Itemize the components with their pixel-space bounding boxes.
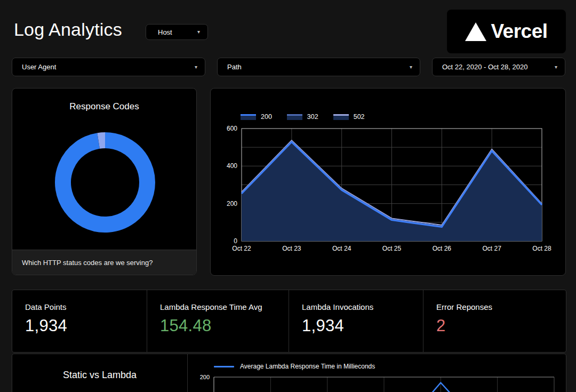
date-range-dropdown[interactable]: Oct 22, 2020 - Oct 28, 2020 ▾: [432, 58, 565, 76]
svg-text:200: 200: [227, 200, 237, 207]
vercel-triangle-icon: [465, 22, 486, 41]
svg-text:Oct 24: Oct 24: [332, 245, 351, 252]
stat-label: Lambda Invocations: [302, 302, 373, 311]
user-agent-dropdown[interactable]: User Agent ▾: [12, 58, 205, 76]
legend-swatch-icon: [241, 114, 256, 120]
vercel-wordmark: Vercel: [491, 20, 547, 43]
legend-swatch-icon: [333, 114, 349, 120]
stat-label: Error Reponses: [436, 302, 492, 311]
user-agent-dropdown-label: User Agent: [22, 63, 56, 71]
legend-item-200[interactable]: 200: [241, 113, 272, 121]
status-codes-legend: 200302502: [241, 113, 365, 121]
svg-text:200: 200: [200, 374, 210, 380]
lambda-response-time-legend[interactable]: Average Lambda Response Time in Millieco…: [214, 363, 375, 370]
svg-text:Oct 25: Oct 25: [382, 245, 402, 252]
vercel-logo: Vercel: [447, 10, 566, 53]
stats-row: Data Points 1,934 Lambda Response Time A…: [12, 290, 566, 353]
legend-label: 302: [307, 113, 318, 121]
chevron-down-icon: ▾: [555, 65, 557, 70]
response-codes-footer: Which HTTP status codes are we serving?: [12, 250, 196, 275]
svg-text:Oct 22: Oct 22: [232, 245, 251, 252]
response-codes-title: Response Codes: [12, 101, 196, 112]
path-dropdown-label: Path: [227, 63, 242, 71]
static-vs-lambda-row: Static vs Lambda Average Lambda Response…: [12, 354, 566, 392]
stat-data-points: Data Points 1,934: [12, 290, 147, 352]
status-codes-area-chart[interactable]: 0200400600Oct 22Oct 23Oct 24Oct 25Oct 26…: [215, 121, 562, 257]
status-codes-chart-card: 200302502 0200400600Oct 22Oct 23Oct 24Oc…: [210, 88, 566, 276]
stat-error-responses: Error Reponses 2: [423, 290, 567, 352]
stat-value: 2: [436, 316, 446, 335]
static-vs-lambda-panel: Static vs Lambda: [12, 354, 188, 392]
legend-item-302[interactable]: 302: [287, 113, 318, 121]
stat-lambda-response-time-avg: Lambda Response Time Avg 154.48: [147, 290, 289, 352]
static-vs-lambda-title: Static vs Lambda: [12, 370, 187, 381]
svg-text:600: 600: [227, 125, 237, 132]
legend-line-icon: [214, 366, 234, 367]
lambda-response-time-line-chart[interactable]: 200: [198, 372, 563, 392]
log-analytics-dashboard: Log Analytics Host ▾ Vercel User Agent ▾…: [0, 0, 576, 392]
svg-text:Oct 27: Oct 27: [482, 245, 501, 252]
host-dropdown-label: Host: [158, 28, 172, 36]
stat-lambda-invocations: Lambda Invocations 1,934: [289, 290, 423, 352]
response-codes-card: Response Codes Which HTTP status codes a…: [12, 88, 197, 275]
stat-label: Lambda Response Time Avg: [160, 302, 262, 311]
svg-text:Oct 26: Oct 26: [433, 245, 452, 252]
legend-label: 502: [354, 113, 365, 121]
chevron-down-icon: ▾: [410, 65, 412, 70]
page-title: Log Analytics: [14, 19, 122, 40]
stat-value: 1,934: [302, 316, 344, 335]
svg-text:400: 400: [227, 162, 237, 170]
legend-label: 200: [261, 113, 272, 121]
host-dropdown[interactable]: Host ▾: [146, 24, 208, 40]
stat-value: 1,934: [25, 316, 67, 335]
legend-item-502[interactable]: 502: [333, 113, 365, 121]
date-range-label: Oct 22, 2020 - Oct 28, 2020: [442, 63, 527, 71]
legend-label: Average Lambda Response Time in Millieco…: [240, 363, 375, 370]
legend-swatch-icon: [287, 114, 302, 120]
response-codes-donut-chart[interactable]: [52, 129, 158, 236]
path-dropdown[interactable]: Path ▾: [217, 58, 420, 76]
stat-label: Data Points: [25, 302, 67, 311]
svg-text:Oct 28: Oct 28: [532, 245, 551, 252]
stat-value: 154.48: [160, 316, 212, 335]
chevron-down-icon: ▾: [197, 29, 200, 35]
svg-text:Oct 23: Oct 23: [282, 245, 301, 252]
chevron-down-icon: ▾: [195, 65, 197, 70]
svg-text:0: 0: [234, 237, 237, 245]
lambda-response-time-chart-panel: Average Lambda Response Time in Millieco…: [188, 354, 566, 392]
